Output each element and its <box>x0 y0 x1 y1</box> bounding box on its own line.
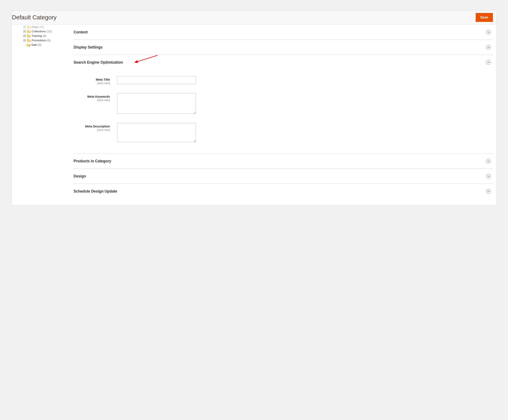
fieldset-header-products[interactable]: Products in Category <box>74 154 493 169</box>
fieldset-content: Content <box>74 25 493 40</box>
fieldset-products: Products in Category <box>74 153 493 169</box>
chevron-down-icon <box>486 189 491 194</box>
fieldset-design: Design <box>74 169 493 184</box>
label-scope: [store view] <box>74 99 110 102</box>
fieldset-title: Schedule Design Update <box>74 189 117 194</box>
tree-item-count: (0) <box>47 39 51 42</box>
field-control <box>117 123 196 143</box>
fieldset-body-seo: Meta Title [store view] Meta Keywords [s… <box>74 70 493 153</box>
tree-item-count: (46) <box>39 25 44 29</box>
chevron-down-icon <box>486 159 491 163</box>
tree-item-count: (13) <box>47 30 52 33</box>
tree-item-label: Collections <box>32 30 46 33</box>
field-label: Meta Description [store view] <box>74 123 117 131</box>
tree-item-label: Promotions <box>32 39 46 42</box>
label-text: Meta Title <box>74 78 110 81</box>
fieldset-title: Design <box>74 174 86 179</box>
fieldset-header-design[interactable]: Design <box>74 169 493 184</box>
field-meta-description: Meta Description [store view] <box>74 123 493 143</box>
fieldset-title: Search Engine Optimization <box>74 60 123 65</box>
tree-item-count: (0) <box>38 43 41 46</box>
fieldset-title: Display Settings <box>74 45 103 50</box>
expand-icon[interactable] <box>23 26 26 28</box>
label-text: Meta Description <box>74 125 110 128</box>
fieldset-title: Content <box>74 30 88 34</box>
chevron-up-icon <box>486 60 491 65</box>
field-label: Meta Keywords [store view] <box>74 93 117 102</box>
field-meta-title: Meta Title [store view] <box>74 76 493 85</box>
folder-icon <box>27 26 31 29</box>
folder-icon <box>27 39 31 42</box>
label-scope: [store view] <box>74 82 110 85</box>
tree-item-collections[interactable]: Collections (13) <box>23 29 71 34</box>
tree-item-label: Training <box>32 34 42 38</box>
fieldset-header-display[interactable]: Display Settings <box>74 40 493 55</box>
meta-title-input[interactable] <box>117 76 196 84</box>
category-edit-panel: Default Category Save Gear (46) <box>12 11 496 205</box>
tree-item-count: (6) <box>43 34 46 38</box>
category-tree: Gear (46) Collections (13) Train <box>14 25 71 47</box>
folder-icon <box>27 34 31 38</box>
fieldset-header-schedule[interactable]: Schedule Design Update <box>74 184 493 199</box>
chevron-down-icon <box>486 174 491 179</box>
folder-search-icon <box>27 43 30 46</box>
tree-item-label: Sale <box>31 43 37 46</box>
label-text: Meta Keywords <box>74 95 110 98</box>
fieldset-display-settings: Display Settings <box>74 40 493 55</box>
category-tree-sidebar: Gear (46) Collections (13) Train <box>12 25 74 51</box>
fieldset-title: Products in Category <box>74 159 111 163</box>
folder-icon <box>27 30 31 33</box>
panel-header: Default Category Save <box>12 11 496 25</box>
tree-leaf-connector <box>23 44 26 46</box>
field-meta-keywords: Meta Keywords [store view] <box>74 93 493 114</box>
fieldset-seo: Search Engine Optimization <box>74 55 493 153</box>
save-button[interactable]: Save <box>476 13 493 22</box>
meta-description-input[interactable] <box>117 123 196 142</box>
fieldset-header-seo[interactable]: Search Engine Optimization <box>74 55 493 70</box>
expand-icon[interactable] <box>23 35 26 37</box>
page-title: Default Category <box>12 14 57 21</box>
tree-item-label: Gear <box>32 25 38 29</box>
tree-item-gear[interactable]: Gear (46) <box>23 25 71 29</box>
expand-icon[interactable] <box>23 30 26 33</box>
chevron-down-icon <box>486 30 491 34</box>
panel-body: Gear (46) Collections (13) Train <box>12 25 496 205</box>
fieldset-header-content[interactable]: Content <box>74 25 493 40</box>
field-control <box>117 76 196 84</box>
field-control <box>117 93 196 114</box>
chevron-down-icon <box>486 45 491 50</box>
fieldset-schedule: Schedule Design Update <box>74 184 493 199</box>
main-content: Content Display Settings Searc <box>74 25 496 205</box>
tree-item-sale[interactable]: Sale (0) <box>23 43 71 47</box>
tree-item-promotions[interactable]: Promotions (0) <box>23 38 71 43</box>
tree-item-training[interactable]: Training (6) <box>23 34 71 38</box>
field-label: Meta Title [store view] <box>74 76 117 85</box>
expand-icon[interactable] <box>23 39 26 41</box>
label-scope: [store view] <box>74 128 110 131</box>
meta-keywords-input[interactable] <box>117 93 196 114</box>
